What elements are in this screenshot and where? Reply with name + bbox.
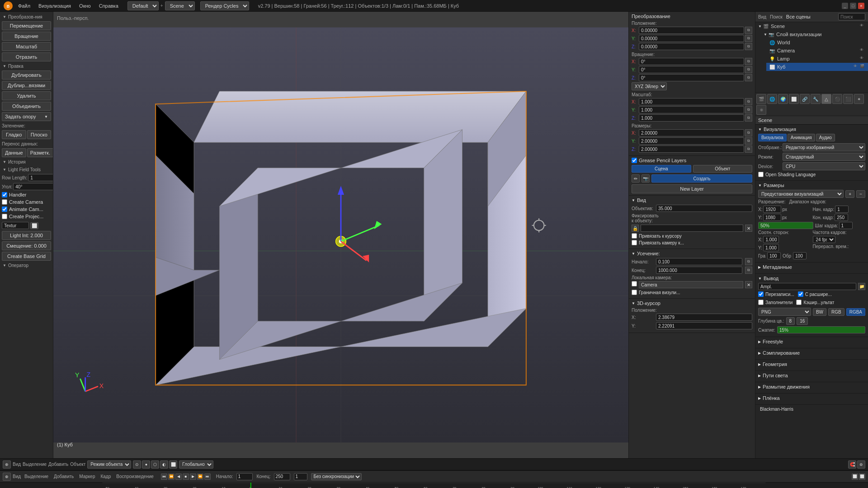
bind-cursor-checkbox[interactable] <box>632 233 637 239</box>
device-select[interactable]: CPU <box>783 162 865 170</box>
size-x-input[interactable] <box>639 129 744 136</box>
rgba-btn[interactable]: RGBA <box>846 308 865 316</box>
outliner-view-btn[interactable]: Вид <box>758 14 766 19</box>
sampling-title[interactable]: Сэмплирование <box>758 350 865 356</box>
percent-bar[interactable]: 50% <box>758 222 813 229</box>
clipping-title[interactable]: Усечение: <box>632 251 752 256</box>
lights-title[interactable]: Пути света <box>758 373 865 378</box>
pos-y-input[interactable] <box>639 35 744 42</box>
tl-view-btn[interactable]: Вид <box>13 474 21 479</box>
depth-16-btn[interactable]: 16 <box>797 317 808 325</box>
viewport-3d[interactable]: Польз.-персп. <box>53 12 628 458</box>
outliner-world[interactable]: 🌐 World <box>766 38 868 47</box>
cam-eye-btn[interactable]: 👁 <box>860 48 865 53</box>
solid-icon[interactable]: ● <box>142 460 150 469</box>
tab-scene[interactable]: 🌐 <box>767 94 777 104</box>
mode-icon[interactable]: ⊕ <box>3 460 11 469</box>
menu-window[interactable]: Окно <box>75 2 94 9</box>
tab-constraints[interactable]: 🔗 <box>800 94 810 104</box>
pos-x-copy-btn[interactable]: ⧉ <box>745 27 752 34</box>
rot-z-input[interactable] <box>639 74 744 81</box>
format-select[interactable]: PNG <box>758 308 811 316</box>
asp-y-input[interactable] <box>763 244 779 251</box>
menu-file[interactable]: Файл <box>14 2 34 9</box>
gp-checkbox[interactable] <box>632 158 637 163</box>
fps-select[interactable]: 24 fps <box>813 236 835 243</box>
rot-z-copy-btn[interactable]: ⧉ <box>745 74 752 81</box>
scale-y-copy-btn[interactable]: ⧉ <box>745 106 752 113</box>
bound-vis-checkbox[interactable] <box>632 290 637 295</box>
rgb-btn[interactable]: RGB <box>828 308 844 316</box>
create-grid-btn[interactable]: Create Base Grid <box>2 252 51 261</box>
gp-object-btn[interactable]: Объект <box>693 165 753 173</box>
animation-tab[interactable]: Анимация <box>788 134 815 141</box>
clip-end-input[interactable] <box>656 267 742 274</box>
euler-select[interactable]: XYZ Эйлер <box>632 82 667 90</box>
tl-select-btn[interactable]: Выделение <box>24 474 48 479</box>
gp-new-layer-btn[interactable]: New Layer <box>632 184 752 193</box>
compress-bar[interactable]: 15% <box>777 326 865 333</box>
flat-btn[interactable]: Плоско <box>27 130 52 139</box>
clip-start-copy[interactable]: ⧉ <box>745 258 752 265</box>
dup-linked-btn[interactable]: Дублир...вязями <box>2 81 51 90</box>
gp-scene-btn[interactable]: Сцена <box>632 165 691 173</box>
object-btn[interactable]: Объект <box>70 462 85 467</box>
angle-input[interactable] <box>13 183 53 190</box>
tab-object[interactable]: ⬜ <box>789 94 799 104</box>
cam-settings-btn[interactable]: ✕ <box>745 225 752 232</box>
placeholder-checkbox[interactable] <box>758 300 764 305</box>
bw-btn[interactable]: BW <box>813 308 826 316</box>
rot-x-input[interactable] <box>639 58 744 65</box>
tab-modifier[interactable]: 🔧 <box>811 94 821 104</box>
size-y-copy-btn[interactable]: ⧉ <box>745 137 752 145</box>
scale-z-copy-btn[interactable]: ⧉ <box>745 114 752 122</box>
handler-checkbox[interactable] <box>2 192 7 197</box>
select-btn[interactable]: Выделение <box>23 462 47 467</box>
duplicate-btn[interactable]: Дублировать <box>2 70 51 80</box>
local-cam-clear[interactable]: ✕ <box>745 281 752 288</box>
sync-select[interactable]: Без синхронизации <box>311 473 362 480</box>
outliner-scene[interactable]: ▼ 🎬 Scene 👁 <box>755 22 868 30</box>
tab-world[interactable]: 🌍 <box>778 94 788 104</box>
view-btn[interactable]: Вид <box>13 462 21 467</box>
cursor-y-input[interactable] <box>656 322 752 329</box>
start-input[interactable] <box>236 473 253 480</box>
tab-physics[interactable]: ⚛ <box>756 105 766 115</box>
move-btn[interactable]: Перемещение <box>2 21 51 30</box>
workspace-select[interactable]: Default <box>127 1 159 10</box>
cache-checkbox[interactable] <box>796 300 802 305</box>
next-keyframe-btn[interactable]: ⏩ <box>197 474 203 480</box>
layout-btn[interactable]: Разметк. <box>27 148 53 157</box>
gp-cam-btn[interactable]: 📷 <box>642 174 650 183</box>
outliner-renderlayer[interactable]: ▼ 📷 Слой визуализации <box>761 30 868 38</box>
mirror-btn[interactable]: Отразить <box>2 52 51 61</box>
outliner-cube[interactable]: ⬜ Куб 👁 🎬 <box>766 63 868 71</box>
scene-eye-btn[interactable]: 👁 <box>860 23 865 29</box>
pos-y-copy-btn[interactable]: ⧉ <box>745 35 752 42</box>
tl-add-btn[interactable]: Добавить <box>54 474 74 479</box>
current-frame-input[interactable] <box>294 473 307 480</box>
jump-start-btn[interactable]: ⏮ <box>161 474 167 480</box>
pos-x-input[interactable] <box>639 27 744 34</box>
join-btn[interactable]: Объединить <box>2 102 51 111</box>
scale-btn[interactable]: Масштаб <box>2 42 51 51</box>
prev-keyframe-btn[interactable]: ⏪ <box>168 474 175 480</box>
maximize-btn[interactable]: □ <box>850 3 856 9</box>
persp-icon[interactable]: ⊙ <box>133 460 141 469</box>
visualize-tab[interactable]: Визуализа <box>758 134 787 141</box>
size-y-input[interactable] <box>639 137 744 145</box>
outliner-lamp[interactable]: 💡 Lamp 👁 <box>766 55 868 63</box>
tab-particles[interactable]: ✦ <box>854 94 864 104</box>
render-section-title[interactable]: Визуализация <box>758 127 865 132</box>
data-btn[interactable]: Данные <box>2 148 26 157</box>
size-z-copy-btn[interactable]: ⧉ <box>745 145 752 153</box>
end-input[interactable] <box>274 473 290 480</box>
scale-y-input[interactable] <box>639 106 744 113</box>
texture-input[interactable] <box>2 222 29 229</box>
res-x-input[interactable] <box>763 206 781 213</box>
output-title[interactable]: Вывод <box>758 276 865 281</box>
outliner-camera[interactable]: 📷 Camera 👁 <box>766 47 868 55</box>
frame-end-input[interactable] <box>835 214 848 221</box>
res-y-input[interactable] <box>763 214 781 221</box>
cube-eye-btn[interactable]: 👁 <box>854 64 859 70</box>
